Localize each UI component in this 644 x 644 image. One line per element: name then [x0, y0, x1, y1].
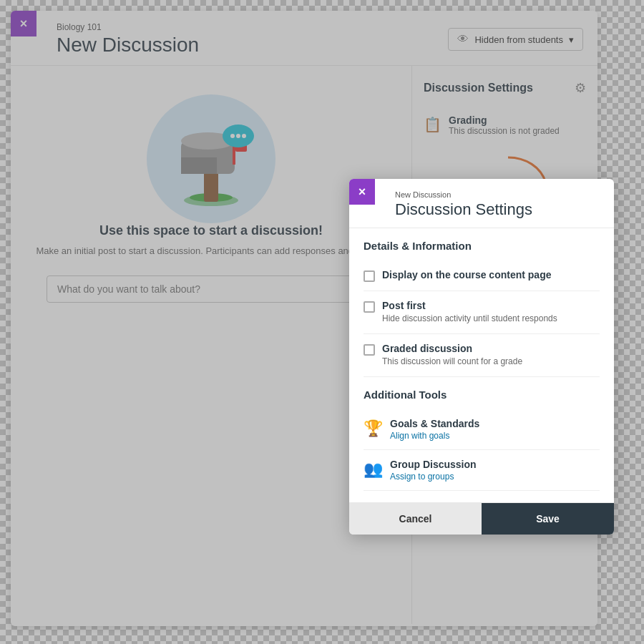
additional-tools-section: Additional Tools 🏆 Goals & Standards Ali…	[364, 389, 600, 491]
modal-header: × New Discussion Discussion Settings	[349, 179, 614, 228]
graded-text: Graded discussion This discussion will c…	[382, 343, 522, 368]
group-icon: 👥	[364, 460, 383, 479]
cancel-button[interactable]: Cancel	[349, 503, 482, 535]
modal-close-button[interactable]: ×	[349, 179, 375, 205]
group-discussion-row: 👥 Group Discussion Assign to groups	[364, 450, 600, 491]
assign-groups-link[interactable]: Assign to groups	[390, 472, 477, 482]
modal-footer: Cancel Save	[349, 502, 614, 535]
trophy-icon: 🏆	[364, 419, 383, 438]
post-first-label: Post first	[382, 300, 557, 311]
group-text: Group Discussion Assign to groups	[390, 459, 477, 482]
modal-window: × New Discussion Discussion Settings Det…	[349, 179, 614, 535]
save-button[interactable]: Save	[482, 503, 614, 535]
modal-subtitle: New Discussion	[395, 190, 600, 199]
group-label: Group Discussion	[390, 459, 477, 470]
modal-title: Discussion Settings	[395, 200, 600, 219]
display-checkbox[interactable]	[364, 270, 375, 282]
checkbox-row-post-first: Post first Hide discussion activity unti…	[364, 291, 600, 334]
align-goals-link[interactable]: Align with goals	[390, 431, 479, 441]
checkbox-row-display: Display on the course content page	[364, 260, 600, 291]
goals-label: Goals & Standards	[390, 418, 479, 429]
post-first-checkbox[interactable]	[364, 301, 375, 313]
post-first-text: Post first Hide discussion activity unti…	[382, 300, 557, 325]
graded-description: This discussion will count for a grade	[382, 356, 522, 368]
goals-standards-row: 🏆 Goals & Standards Align with goals	[364, 409, 600, 450]
display-label: Display on the course content page	[382, 269, 552, 280]
checkbox-row-graded: Graded discussion This discussion will c…	[364, 334, 600, 377]
modal-body: Details & Information Display on the cou…	[349, 228, 614, 502]
details-section-heading: Details & Information	[364, 240, 600, 252]
post-first-description: Hide discussion activity until student r…	[382, 313, 557, 325]
display-text: Display on the course content page	[382, 269, 552, 280]
goals-text: Goals & Standards Align with goals	[390, 418, 479, 441]
graded-label: Graded discussion	[382, 343, 522, 354]
additional-tools-heading: Additional Tools	[364, 389, 600, 401]
graded-checkbox[interactable]	[364, 344, 375, 356]
